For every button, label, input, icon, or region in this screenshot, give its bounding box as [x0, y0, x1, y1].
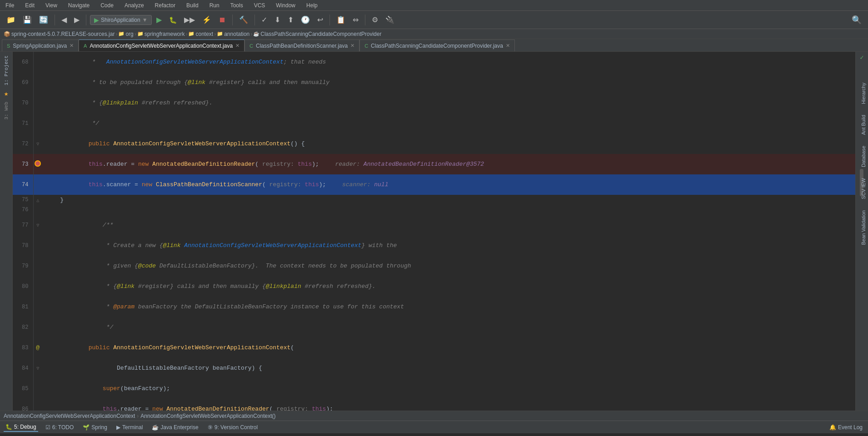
menu-code[interactable]: Code: [99, 1, 115, 10]
bc-springframework[interactable]: 📁 springframework: [137, 31, 185, 37]
settings-button[interactable]: ⚙: [369, 14, 381, 26]
menu-analyze[interactable]: Analyze: [123, 1, 146, 10]
compare-button[interactable]: ⇔: [350, 14, 361, 26]
tab-debug[interactable]: 🐛 5: Debug: [4, 423, 38, 432]
menu-window[interactable]: Window: [274, 1, 297, 10]
rollback-button[interactable]: ↩: [314, 14, 326, 26]
bc-context[interactable]: 📁 context: [188, 31, 213, 37]
tab-ant-build[interactable]: Ant Build: [859, 111, 868, 139]
code-line-69[interactable]: * to be populated through {@link #regist…: [42, 72, 855, 93]
menu-run[interactable]: Run: [208, 1, 221, 10]
push-button[interactable]: ⬆: [285, 14, 296, 26]
fold-icon-77[interactable]: ▽: [36, 223, 39, 228]
search-everywhere-button[interactable]: 🔍: [849, 13, 864, 27]
fold-icon-72[interactable]: ▽: [36, 142, 39, 147]
code-line-84[interactable]: DefaultListableBeanFactory beanFactory) …: [42, 358, 855, 378]
tab-terminal[interactable]: ▶ Terminal: [115, 423, 145, 431]
code-line-86[interactable]: this.reader = new AnnotatedBeanDefinitio…: [42, 399, 855, 411]
gutter-74: [33, 174, 42, 195]
code-line-68[interactable]: * AnnotationConfigServletWebServerApplic…: [42, 52, 855, 72]
back-button[interactable]: ◀: [59, 14, 70, 26]
tab-close-2[interactable]: ✕: [235, 43, 239, 49]
menu-tools[interactable]: Tools: [229, 1, 245, 10]
code-line-75[interactable]: }: [42, 195, 855, 205]
tab-classpath-provider[interactable]: C ClassPathScanningCandidateComponentPro…: [359, 40, 515, 51]
tab-annotation-config[interactable]: A AnnotationConfigServletWebServerApplic…: [79, 40, 244, 51]
java-enterprise-label: Java Enterprise: [160, 424, 198, 431]
code-line-81[interactable]: * @param beanFactory the DefaultListable…: [42, 297, 855, 317]
coverage-button[interactable]: ▶▶: [181, 14, 198, 26]
code-line-77[interactable]: /**: [42, 215, 855, 235]
code-line-83[interactable]: public AnnotationConfigServletWebServerA…: [42, 337, 855, 358]
fold-icon-75[interactable]: △: [36, 198, 39, 203]
code-line-70[interactable]: * {@linkplain #refresh refreshed}.: [42, 93, 855, 113]
tab-version-control[interactable]: ⑨ 9: Version Control: [206, 423, 259, 431]
code-editor[interactable]: 68 * AnnotationConfigServletWebServerApp…: [13, 52, 855, 411]
line-number: 78: [13, 235, 33, 256]
menu-build[interactable]: Build: [185, 1, 200, 10]
stop-button[interactable]: ⏹: [216, 14, 229, 26]
tab-classpath-scanner[interactable]: C ClassPathBeanDefinitionScanner.java ✕: [244, 40, 359, 51]
tab-close-3[interactable]: ✕: [350, 43, 354, 49]
annotate-button[interactable]: 📋: [334, 14, 348, 26]
menu-view[interactable]: View: [44, 1, 59, 10]
menu-edit[interactable]: Edit: [23, 1, 36, 10]
code-line-78[interactable]: * Create a new {@link AnnotationConfigSe…: [42, 235, 855, 256]
code-line-71[interactable]: */: [42, 113, 855, 134]
history-button[interactable]: 🕐: [298, 14, 313, 26]
sidebar-project-icon[interactable]: 1: Project: [1, 54, 12, 87]
code-line-74[interactable]: this.scanner = new ClassPathBeanDefiniti…: [42, 174, 855, 195]
build-button[interactable]: 🔨: [236, 14, 251, 26]
menu-vcs[interactable]: VCS: [252, 1, 267, 10]
code-line-82[interactable]: */: [42, 317, 855, 337]
menu-help[interactable]: Help: [304, 1, 319, 10]
tab-scvview[interactable]: SCV IEW: [859, 174, 868, 203]
line-number: 76: [13, 205, 33, 215]
tab-close-4[interactable]: ✕: [506, 43, 510, 49]
tab-close-1[interactable]: ✕: [70, 43, 74, 49]
code-line-72[interactable]: public AnnotationConfigServletWebServerA…: [42, 134, 855, 154]
tab-todo[interactable]: ☑ 6: TODO: [44, 423, 76, 431]
bc-annotation[interactable]: 📁 annotation: [217, 31, 249, 37]
tab-spring-application[interactable]: S SpringApplication.java ✕: [2, 40, 79, 51]
editor-status-check: ✓: [860, 54, 863, 61]
bc-org[interactable]: 📁 org: [118, 31, 133, 37]
code-line-73[interactable]: this.reader = new AnnotatedBeanDefinitio…: [42, 154, 855, 174]
plugins-button[interactable]: 🔌: [383, 14, 397, 26]
debug-button[interactable]: 🐛: [166, 15, 180, 25]
forward-button[interactable]: ▶: [71, 14, 82, 26]
todo-tab-icon: ☑: [45, 424, 50, 431]
menu-refactor[interactable]: Refactor: [153, 1, 177, 10]
tab-icon-2: A: [84, 43, 87, 49]
save-all-button[interactable]: 💾: [20, 14, 35, 26]
bc-class[interactable]: ☕ ClassPathScanningCandidateComponentPro…: [253, 31, 381, 37]
profile-button[interactable]: ⚡: [200, 14, 214, 26]
sidebar-favorites-icon[interactable]: ★: [1, 88, 12, 99]
tab-database[interactable]: Database: [859, 142, 868, 171]
code-line-79[interactable]: * given {@code DefaultListableBeanFactor…: [42, 256, 855, 276]
fold-icon-84[interactable]: ▽: [36, 366, 39, 371]
menu-file[interactable]: File: [4, 1, 16, 10]
checkin-button[interactable]: ✓: [259, 14, 270, 26]
tab-spring[interactable]: 🌱 Spring: [81, 423, 109, 431]
open-button[interactable]: 📁: [4, 14, 18, 26]
tab-hierarchy[interactable]: Hierarchy: [859, 79, 868, 108]
bc-jar[interactable]: 📦 spring-context-5.0.7.RELEASE-sources.j…: [4, 31, 115, 37]
line-number: 75: [13, 195, 33, 205]
breakpoint-73[interactable]: [35, 160, 41, 167]
update-button[interactable]: ⬇: [272, 14, 283, 26]
run-button[interactable]: ▶: [154, 14, 165, 26]
tab-java-enterprise[interactable]: ☕ Java Enterprise: [150, 423, 200, 431]
code-line-76[interactable]: [42, 205, 855, 215]
run-config-selector[interactable]: ▶ ShiroApplication ▼: [90, 15, 152, 25]
sidebar-web-icon[interactable]: 3: Web: [1, 100, 12, 122]
tab-bean-validation[interactable]: Bean Validation: [859, 207, 868, 248]
code-line-80[interactable]: * {@link #register} calls and then manua…: [42, 276, 855, 297]
status-class: AnnotationConfigServletWebServerApplicat…: [4, 413, 135, 419]
gutter-77: ▽: [33, 215, 42, 235]
tab-event-log[interactable]: 🔔 Event Log: [828, 423, 864, 431]
event-log-icon: 🔔: [829, 424, 836, 431]
menu-navigate[interactable]: Navigate: [66, 1, 91, 10]
code-line-85[interactable]: super(beanFactory);: [42, 378, 855, 399]
sync-button[interactable]: 🔄: [36, 14, 51, 26]
